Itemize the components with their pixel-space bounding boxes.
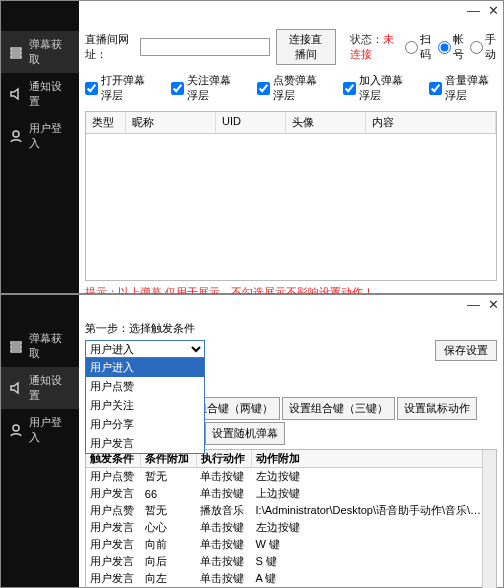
scrollbar[interactable] bbox=[482, 450, 496, 588]
sidebar-item-login[interactable]: 用户登入 bbox=[1, 409, 79, 451]
check-2[interactable]: 点赞弹幕浮层 bbox=[257, 73, 325, 103]
minimize-button[interactable]: — bbox=[467, 297, 480, 312]
minimize-button[interactable]: — bbox=[467, 3, 480, 18]
window-top: — ✕ 弹幕获取 通知设置 用户登入 直播间网址： 连接直播间 状态：未连接 扫… bbox=[0, 0, 504, 294]
sidebar-item-danmu[interactable]: 弹幕获取 bbox=[1, 325, 79, 367]
radio-scan[interactable]: 扫码 bbox=[405, 32, 432, 62]
step1-title: 第一步：选择触发条件 bbox=[85, 321, 497, 336]
connect-row: 直播间网址： 连接直播间 状态：未连接 扫码 帐号 手动 bbox=[85, 29, 497, 65]
option-4[interactable]: 用户发言 bbox=[86, 434, 204, 453]
col-uid: UID bbox=[216, 112, 286, 133]
url-input[interactable] bbox=[140, 38, 270, 56]
table-header: 类型 昵称 UID 头像 内容 bbox=[86, 112, 496, 134]
filter-checks: 打开弹幕浮层 关注弹幕浮层 点赞弹幕浮层 加入弹幕浮层 音量弹幕浮层 bbox=[85, 73, 497, 103]
table-row[interactable]: 用户发言向左单击按键A 键 bbox=[86, 570, 496, 587]
option-3[interactable]: 用户分享 bbox=[86, 415, 204, 434]
svg-rect-5 bbox=[11, 346, 21, 348]
list-icon bbox=[9, 45, 23, 59]
mode-radios: 扫码 帐号 手动 bbox=[405, 32, 497, 62]
speaker-icon bbox=[9, 381, 23, 395]
tab-6[interactable]: 设置随机弹幕 bbox=[205, 422, 285, 445]
sidebar-item-label: 通知设置 bbox=[29, 373, 71, 403]
sidebar: 弹幕获取 通知设置 用户登入 bbox=[1, 295, 79, 587]
sidebar: 弹幕获取 通知设置 用户登入 bbox=[1, 1, 79, 293]
sidebar-item-danmu[interactable]: 弹幕获取 bbox=[1, 31, 79, 73]
trigger-dropdown[interactable]: 用户进入 用户进入 用户点赞 用户关注 用户分享 用户发言 bbox=[85, 340, 205, 358]
table-row[interactable]: 用户点赞暂无单击按键左边按键 bbox=[86, 468, 496, 486]
table-row[interactable]: 用户发言向后单击按键S 键 bbox=[86, 553, 496, 570]
svg-point-3 bbox=[13, 131, 19, 137]
sidebar-item-notify[interactable]: 通知设置 bbox=[1, 367, 79, 409]
main-bottom: 第一步：选择触发条件 用户进入 用户进入 用户点赞 用户关注 用户分享 用户发言… bbox=[79, 313, 503, 588]
url-label: 直播间网址： bbox=[85, 32, 134, 62]
check-4[interactable]: 音量弹幕浮层 bbox=[429, 73, 497, 103]
svg-point-7 bbox=[13, 425, 19, 431]
check-3[interactable]: 加入弹幕浮层 bbox=[343, 73, 411, 103]
connect-button[interactable]: 连接直播间 bbox=[276, 29, 335, 65]
close-button[interactable]: ✕ bbox=[488, 297, 499, 312]
sidebar-item-notify[interactable]: 通知设置 bbox=[1, 73, 79, 115]
col-content: 内容 bbox=[366, 112, 496, 133]
check-1[interactable]: 关注弹幕浮层 bbox=[171, 73, 239, 103]
table-row[interactable]: 用户点赞暂无播放音乐I:\Administrator\Desktop\语音助手动… bbox=[86, 502, 496, 519]
table-row[interactable]: 用户发言心心单击按键左边按键 bbox=[86, 519, 496, 536]
sidebar-item-label: 用户登入 bbox=[29, 415, 71, 445]
svg-rect-2 bbox=[11, 56, 21, 58]
sidebar-item-label: 用户登入 bbox=[29, 121, 71, 151]
status-label: 状态： bbox=[350, 33, 383, 45]
col-nick: 昵称 bbox=[126, 112, 216, 133]
table-row[interactable]: 用户发言向前单击按键W 键 bbox=[86, 536, 496, 553]
user-icon bbox=[9, 129, 23, 143]
option-0[interactable]: 用户进入 bbox=[86, 358, 204, 377]
rules-grid[interactable]: 触发条件 条件附加 执行动作 动作附加 用户点赞暂无单击按键左边按键用户发言66… bbox=[85, 449, 497, 588]
gh-3: 动作附加 bbox=[252, 450, 496, 468]
close-button[interactable]: ✕ bbox=[488, 3, 499, 18]
sidebar-item-label: 弹幕获取 bbox=[29, 331, 71, 361]
col-type: 类型 bbox=[86, 112, 126, 133]
option-2[interactable]: 用户关注 bbox=[86, 396, 204, 415]
save-button[interactable]: 保存设置 bbox=[435, 340, 497, 361]
user-icon bbox=[9, 423, 23, 437]
sidebar-item-label: 通知设置 bbox=[29, 79, 71, 109]
svg-rect-6 bbox=[11, 350, 21, 352]
svg-rect-1 bbox=[11, 52, 21, 54]
speaker-icon bbox=[9, 87, 23, 101]
danmu-table[interactable]: 类型 昵称 UID 头像 内容 bbox=[85, 111, 497, 281]
table-row[interactable]: 用户发言66单击按键上边按键 bbox=[86, 485, 496, 502]
main-top: 直播间网址： 连接直播间 状态：未连接 扫码 帐号 手动 打开弹幕浮层 关注弹幕… bbox=[79, 19, 503, 304]
radio-account[interactable]: 帐号 bbox=[438, 32, 465, 62]
sidebar-item-login[interactable]: 用户登入 bbox=[1, 115, 79, 157]
radio-manual[interactable]: 手动 bbox=[470, 32, 497, 62]
tab-3[interactable]: 设置鼠标动作 bbox=[397, 397, 477, 420]
trigger-options: 用户进入 用户点赞 用户关注 用户分享 用户发言 bbox=[85, 358, 205, 454]
window-bottom: — ✕ 弹幕获取 通知设置 用户登入 第一步：选择触发条件 用户进入 用户进入 bbox=[0, 294, 504, 588]
step1-row: 用户进入 用户进入 用户点赞 用户关注 用户分享 用户发言 保存设置 bbox=[85, 340, 497, 361]
check-0[interactable]: 打开弹幕浮层 bbox=[85, 73, 153, 103]
sidebar-item-label: 弹幕获取 bbox=[29, 37, 71, 67]
trigger-select[interactable]: 用户进入 bbox=[85, 340, 205, 358]
svg-rect-0 bbox=[11, 48, 21, 50]
status: 状态：未连接 bbox=[350, 32, 399, 62]
svg-rect-4 bbox=[11, 342, 21, 344]
tab-2[interactable]: 设置组合键（三键） bbox=[282, 397, 395, 420]
col-avatar: 头像 bbox=[286, 112, 366, 133]
option-1[interactable]: 用户点赞 bbox=[86, 377, 204, 396]
list-icon bbox=[9, 339, 23, 353]
